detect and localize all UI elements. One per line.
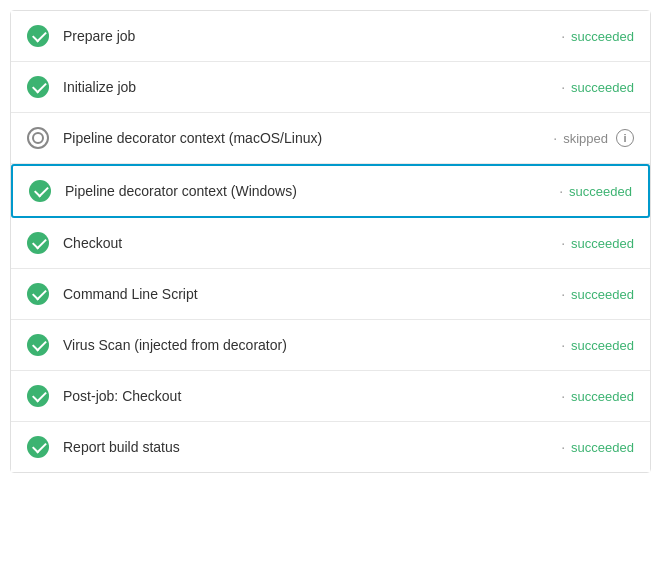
job-list: Prepare job · succeededInitialize job · … — [10, 10, 651, 473]
job-separator: · — [561, 439, 565, 455]
job-item-pipeline-decorator-windows[interactable]: Pipeline decorator context (Windows) · s… — [11, 164, 650, 218]
job-status: succeeded — [571, 440, 634, 455]
job-name: Initialize job — [63, 79, 555, 95]
job-name: Report build status — [63, 439, 555, 455]
success-icon — [27, 385, 49, 407]
job-separator: · — [561, 79, 565, 95]
job-status: skipped — [563, 131, 608, 146]
job-status: succeeded — [571, 287, 634, 302]
skipped-icon — [27, 127, 49, 149]
success-icon — [27, 232, 49, 254]
job-item-initialize-job[interactable]: Initialize job · succeeded — [11, 62, 650, 113]
job-status: succeeded — [571, 338, 634, 353]
success-icon — [27, 283, 49, 305]
job-item-checkout[interactable]: Checkout · succeeded — [11, 218, 650, 269]
job-status: succeeded — [571, 236, 634, 251]
job-item-pipeline-decorator-macos[interactable]: Pipeline decorator context (macOS/Linux)… — [11, 113, 650, 164]
job-separator: · — [561, 235, 565, 251]
job-item-post-job-checkout[interactable]: Post-job: Checkout · succeeded — [11, 371, 650, 422]
job-name: Post-job: Checkout — [63, 388, 555, 404]
job-separator: · — [561, 337, 565, 353]
job-item-prepare-job[interactable]: Prepare job · succeeded — [11, 11, 650, 62]
job-separator: · — [561, 286, 565, 302]
job-name: Virus Scan (injected from decorator) — [63, 337, 555, 353]
job-separator: · — [553, 130, 557, 146]
info-icon[interactable]: i — [616, 129, 634, 147]
job-status: succeeded — [571, 389, 634, 404]
job-item-virus-scan[interactable]: Virus Scan (injected from decorator) · s… — [11, 320, 650, 371]
success-icon — [27, 25, 49, 47]
job-status: succeeded — [571, 80, 634, 95]
job-separator: · — [559, 183, 563, 199]
success-icon — [29, 180, 51, 202]
job-name: Pipeline decorator context (macOS/Linux) — [63, 130, 547, 146]
job-item-report-build-status[interactable]: Report build status · succeeded — [11, 422, 650, 472]
success-icon — [27, 76, 49, 98]
job-item-command-line-script[interactable]: Command Line Script · succeeded — [11, 269, 650, 320]
job-name: Pipeline decorator context (Windows) — [65, 183, 553, 199]
job-separator: · — [561, 28, 565, 44]
success-icon — [27, 334, 49, 356]
job-name: Command Line Script — [63, 286, 555, 302]
success-icon — [27, 436, 49, 458]
job-name: Prepare job — [63, 28, 555, 44]
job-status: succeeded — [571, 29, 634, 44]
job-separator: · — [561, 388, 565, 404]
job-name: Checkout — [63, 235, 555, 251]
job-status: succeeded — [569, 184, 632, 199]
